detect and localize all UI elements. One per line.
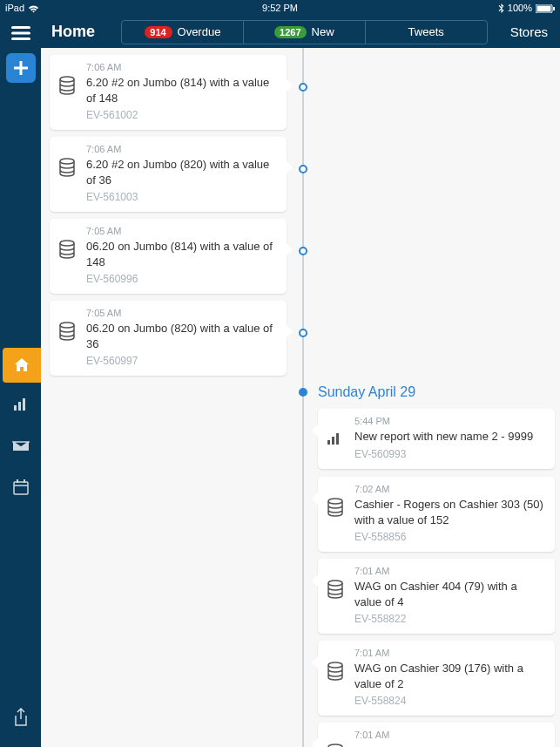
device-label: iPad <box>5 3 24 13</box>
sidebar-item-reports[interactable] <box>0 383 41 424</box>
tab-tweets[interactable]: Tweets <box>366 21 487 44</box>
tab-tweets-label: Tweets <box>408 25 444 38</box>
svg-rect-2 <box>553 7 555 10</box>
svg-rect-3 <box>11 26 30 29</box>
sidebar-item-home[interactable] <box>3 348 41 383</box>
database-icon <box>58 322 76 344</box>
svg-point-18 <box>60 323 74 328</box>
svg-rect-20 <box>332 437 334 445</box>
event-id: EV-558822 <box>354 613 546 625</box>
status-bar: iPad 9:52 PM 100% <box>0 0 560 16</box>
database-icon <box>58 76 76 98</box>
share-button[interactable] <box>0 696 41 738</box>
event-time: 7:01 AM <box>354 648 546 658</box>
event-title: New report with new name 2 - 9999 <box>354 429 546 445</box>
event-title: 06.20 on Jumbo (820) with a value of 36 <box>86 321 278 351</box>
svg-rect-8 <box>14 405 17 411</box>
tab-new[interactable]: 1267 New <box>244 21 366 44</box>
event-id: EV-558824 <box>354 695 546 707</box>
event-id: EV-558856 <box>354 531 546 543</box>
tab-overdue-label: Overdue <box>178 25 221 38</box>
database-icon <box>58 240 76 262</box>
tab-new-label: New <box>312 25 334 38</box>
timeline-dot <box>299 83 307 92</box>
svg-point-23 <box>328 581 342 586</box>
app-header: Home 914 Overdue 1267 New Tweets Stores <box>0 16 560 48</box>
sidebar <box>0 48 41 747</box>
bluetooth-icon <box>498 3 504 14</box>
svg-rect-14 <box>24 479 25 483</box>
segment-control: 914 Overdue 1267 New Tweets <box>121 20 488 44</box>
stores-button[interactable]: Stores <box>498 24 560 39</box>
add-button[interactable] <box>6 53 36 83</box>
event-card[interactable]: 7:05 AM 06.20 on Jumbo (814) with a valu… <box>50 219 287 294</box>
battery-icon <box>536 3 555 13</box>
svg-rect-10 <box>23 398 25 411</box>
tab-overdue[interactable]: 914 Overdue <box>122 21 244 44</box>
event-time: 7:05 AM <box>86 308 278 318</box>
svg-rect-1 <box>537 6 551 12</box>
event-card[interactable]: 7:02 AM Cashier - Rogers on Cashier 303 … <box>318 477 555 552</box>
event-id: EV-560996 <box>86 273 278 285</box>
svg-rect-13 <box>17 479 18 483</box>
svg-rect-5 <box>11 37 30 40</box>
database-icon <box>58 158 76 180</box>
svg-rect-4 <box>11 31 30 34</box>
svg-rect-19 <box>327 440 330 445</box>
battery-label: 100% <box>508 3 532 13</box>
sidebar-item-inbox[interactable] <box>0 424 41 466</box>
status-time: 9:52 PM <box>110 3 450 13</box>
event-id: EV-560993 <box>354 448 546 460</box>
date-header: Sunday April 29 <box>318 384 415 400</box>
sidebar-item-calendar[interactable] <box>0 466 41 508</box>
svg-point-15 <box>60 77 74 82</box>
event-title: 6.20 #2 on Jumbo (814) with a value of 1… <box>86 75 278 105</box>
event-id: EV-561003 <box>86 191 278 203</box>
event-title: 06.20 on Jumbo (814) with a value of 148 <box>86 239 278 269</box>
timeline-dot <box>299 247 307 255</box>
event-id: EV-560997 <box>86 355 278 367</box>
svg-rect-11 <box>14 482 28 494</box>
event-time: 5:44 PM <box>354 416 546 426</box>
wifi-icon <box>28 3 39 13</box>
database-icon <box>327 662 344 684</box>
timeline-dot <box>299 165 307 173</box>
event-title: 6.20 #2 on Jumbo (820) with a value of 3… <box>86 157 278 187</box>
page-title: Home <box>41 23 121 41</box>
event-card[interactable]: 7:01 AM WAG on Cashier 309 (176) with a … <box>318 641 555 716</box>
event-card[interactable]: 7:01 AM <box>318 723 555 747</box>
event-time: 7:06 AM <box>86 62 278 72</box>
event-card[interactable]: 7:06 AM 6.20 #2 on Jumbo (814) with a va… <box>50 55 287 130</box>
event-time: 7:01 AM <box>354 566 546 576</box>
svg-point-17 <box>60 241 74 246</box>
svg-rect-7 <box>14 67 28 70</box>
event-card[interactable]: 7:05 AM 06.20 on Jumbo (820) with a valu… <box>50 301 287 376</box>
event-time: 7:06 AM <box>86 144 278 154</box>
database-icon <box>327 498 344 520</box>
svg-point-22 <box>328 499 342 504</box>
bars-icon <box>327 430 342 449</box>
event-title: WAG on Cashier 309 (176) with a value of… <box>354 661 546 691</box>
timeline-content: 7:06 AM 6.20 #2 on Jumbo (814) with a va… <box>41 48 560 747</box>
menu-icon[interactable] <box>6 18 36 48</box>
event-card[interactable]: 7:01 AM WAG on Cashier 404 (79) with a v… <box>318 559 555 634</box>
timeline-dot <box>299 329 307 337</box>
svg-rect-21 <box>336 433 339 445</box>
overdue-badge: 914 <box>145 26 172 38</box>
event-time: 7:05 AM <box>86 226 278 236</box>
svg-rect-9 <box>18 402 21 411</box>
database-icon <box>327 580 344 602</box>
svg-point-24 <box>328 662 342 668</box>
svg-point-16 <box>60 159 74 164</box>
event-card[interactable]: 7:06 AM 6.20 #2 on Jumbo (820) with a va… <box>50 137 287 212</box>
event-title: WAG on Cashier 404 (79) with a value of … <box>354 579 546 609</box>
event-id: EV-561002 <box>86 109 278 121</box>
database-icon <box>327 744 344 747</box>
event-title: Cashier - Rogers on Cashier 303 (50) wit… <box>354 497 546 527</box>
new-badge: 1267 <box>274 26 306 38</box>
timeline-line <box>302 48 304 747</box>
event-card[interactable]: 5:44 PM New report with new name 2 - 999… <box>318 409 555 469</box>
event-time: 7:02 AM <box>354 484 546 494</box>
event-time: 7:01 AM <box>354 730 546 740</box>
timeline-date-dot <box>299 388 307 397</box>
